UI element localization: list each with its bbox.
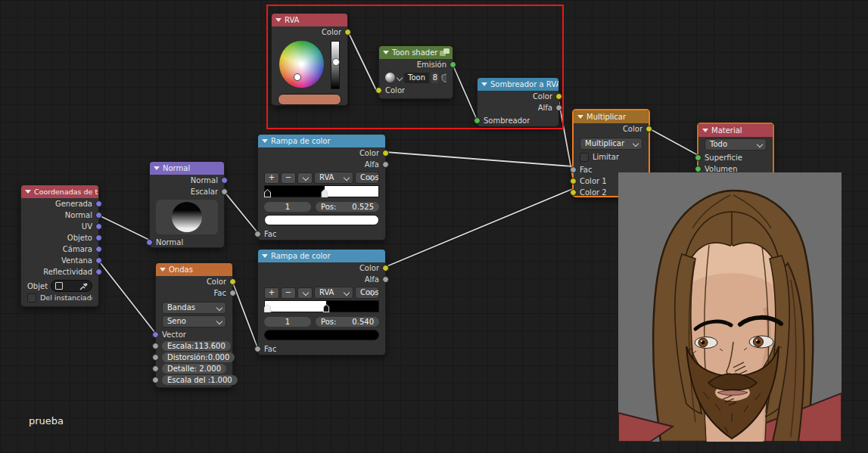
clamp-label: Limitar — [593, 153, 619, 161]
gradient-bar[interactable] — [264, 300, 379, 312]
scale-input-socket[interactable] — [152, 343, 159, 349]
window-output-socket[interactable] — [95, 257, 102, 264]
stop-position-field[interactable]: Pos: 0.525 — [316, 202, 379, 212]
output-label: Objeto — [67, 234, 92, 242]
gradient-stop[interactable] — [323, 304, 330, 312]
output-row: Normal — [150, 175, 224, 186]
add-stop-button[interactable]: + — [264, 287, 279, 299]
chevron-down-icon — [303, 289, 309, 295]
fac-input-socket[interactable] — [570, 166, 577, 173]
color-output-socket[interactable] — [229, 278, 236, 285]
output-row: Ventana — [21, 255, 98, 266]
alpha-output-socket[interactable] — [382, 276, 389, 283]
output-row: UV — [21, 221, 98, 232]
output-row: Color — [258, 147, 385, 159]
pos-value: 0.540 — [352, 317, 374, 327]
stop-color-swatch[interactable] — [264, 330, 379, 340]
distortion-field[interactable]: Distorsión: 0.000 — [162, 352, 235, 362]
generated-output-socket[interactable] — [95, 200, 102, 207]
wave-profile-dropdown[interactable]: Seno — [162, 315, 226, 327]
detail-scale-input-socket[interactable] — [152, 377, 159, 383]
vector-input-socket[interactable] — [152, 331, 159, 338]
node-header[interactable]: Normal — [150, 162, 224, 175]
camera-output-socket[interactable] — [95, 246, 102, 253]
node-header[interactable]: Ondas — [156, 263, 232, 276]
stop-index-field[interactable]: 1 — [264, 317, 311, 327]
input-label: Fac — [264, 345, 276, 353]
surface-input-socket[interactable] — [695, 154, 702, 161]
node-header[interactable]: Material — [698, 124, 773, 137]
input-label: Superficie — [705, 154, 742, 162]
collapse-arrow-icon — [577, 115, 583, 119]
output-label: Normal — [191, 176, 218, 185]
wave-type-dropdown[interactable]: Bandas — [162, 302, 226, 314]
distortion-input-socket[interactable] — [152, 354, 159, 361]
param-value: 1.000 — [210, 375, 232, 385]
eyedropper-icon[interactable] — [79, 282, 88, 290]
remove-stop-button[interactable]: − — [281, 287, 296, 299]
alpha-output-socket[interactable] — [382, 161, 389, 168]
normal-input-socket[interactable] — [146, 239, 153, 246]
interpolation-dropdown[interactable]: Consta.. — [355, 172, 379, 184]
gradient-stop[interactable] — [321, 189, 328, 197]
stop-fields: 1 Pos: 0.525 — [258, 202, 385, 212]
normal-output-socket[interactable] — [95, 212, 102, 219]
color2-input-socket[interactable] — [570, 189, 577, 196]
stop-position-field[interactable]: Pos: 0.540 — [316, 317, 379, 327]
dot-output-socket[interactable] — [221, 188, 228, 195]
annotation-rectangle — [266, 5, 564, 129]
node-title: Material — [711, 126, 742, 135]
blend-mode-dropdown[interactable]: Multiplicar — [580, 138, 642, 150]
normal-output-socket[interactable] — [221, 177, 228, 184]
clamp-checkbox[interactable] — [580, 153, 589, 162]
color-output-socket[interactable] — [382, 150, 389, 157]
input-row: Fac — [258, 343, 385, 355]
add-stop-button[interactable]: + — [264, 172, 279, 184]
color-mode-dropdown[interactable]: RVA — [314, 287, 353, 299]
node-header[interactable]: Multiplicar — [574, 110, 649, 123]
chevron-down-icon — [344, 175, 350, 181]
normal-sphere[interactable] — [172, 202, 202, 232]
output-label: Color — [359, 149, 379, 157]
detail-field[interactable]: Detalle: 2.000 — [162, 364, 226, 374]
detail-scale-field[interactable]: Escala del : 1.000 — [162, 375, 238, 385]
node-header[interactable]: Rampa de color — [258, 135, 385, 147]
gradient-stop[interactable] — [264, 189, 271, 197]
normal-sphere-widget[interactable] — [156, 200, 218, 234]
color-output-socket[interactable] — [382, 265, 389, 271]
fac-input-socket[interactable] — [254, 346, 261, 352]
scale-field[interactable]: Escala: 113.600 — [162, 341, 231, 351]
volume-input-socket[interactable] — [695, 166, 702, 172]
from-instancer-checkbox[interactable] — [27, 293, 36, 303]
output-row: Reflectividad — [21, 266, 98, 278]
detail-input-socket[interactable] — [152, 365, 159, 372]
output-row: Color — [574, 123, 649, 135]
color-mode-dropdown[interactable]: RVA — [314, 172, 353, 184]
target-dropdown[interactable]: Todo — [705, 138, 767, 150]
gradient-stop[interactable] — [264, 304, 271, 312]
output-row: Alfa — [258, 274, 385, 285]
node-header[interactable]: Coordenadas de t.. — [21, 185, 98, 198]
stop-color-swatch[interactable] — [264, 215, 379, 225]
output-label: Escalar — [191, 188, 218, 196]
color-output-socket[interactable] — [646, 126, 652, 132]
ramp-options-button[interactable] — [297, 287, 313, 299]
fac-input-socket[interactable] — [254, 231, 261, 237]
object-field[interactable] — [51, 280, 92, 292]
node-header[interactable]: Rampa de color — [258, 250, 385, 262]
wave-type-value: Bandas — [167, 303, 195, 312]
param-row: Escala: 113.600 — [156, 340, 232, 352]
gradient-bar[interactable] — [264, 185, 379, 197]
input-label: Color 1 — [580, 177, 607, 185]
uv-output-socket[interactable] — [95, 223, 102, 230]
remove-stop-button[interactable]: − — [281, 172, 296, 184]
stop-index-field[interactable]: 1 — [264, 202, 311, 212]
ramp-options-button[interactable] — [297, 172, 313, 184]
param-row: Distorsión: 0.000 — [156, 352, 232, 363]
reflection-output-socket[interactable] — [95, 268, 102, 275]
color1-input-socket[interactable] — [570, 178, 577, 185]
object-output-socket[interactable] — [95, 234, 102, 241]
interpolation-dropdown[interactable]: Const.. — [355, 287, 379, 299]
node-title: Multiplicar — [586, 113, 626, 121]
fac-output-socket[interactable] — [229, 290, 236, 296]
